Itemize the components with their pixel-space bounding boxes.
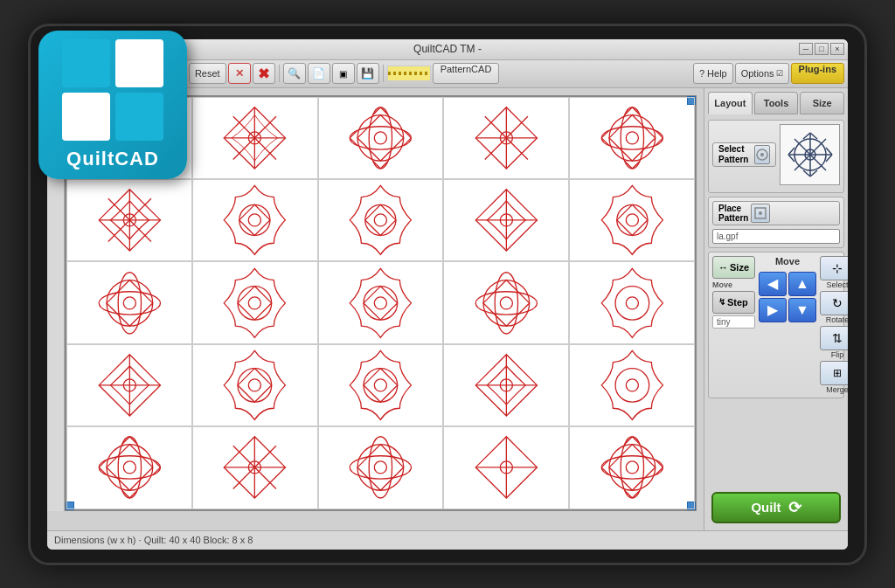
select-pattern-icon <box>754 145 770 164</box>
svg-point-54 <box>249 214 261 226</box>
select-pattern-section: Select Pattern <box>708 120 844 193</box>
quilt-cell-1-2 <box>318 179 444 261</box>
svg-point-81 <box>364 369 398 403</box>
toolbar-icon-x1[interactable]: ✕ <box>228 63 251 84</box>
plug-ins-button[interactable]: Plug-ins <box>791 63 844 84</box>
svg-point-72 <box>475 291 537 314</box>
step-value: tiny <box>712 315 755 329</box>
toolbar-sep-2 <box>279 65 280 82</box>
svg-point-112 <box>609 445 656 491</box>
svg-point-65 <box>123 296 135 308</box>
svg-point-64 <box>99 291 160 314</box>
svg-point-19 <box>357 114 404 161</box>
title-bar-controls: ─ □ × <box>799 43 844 55</box>
svg-point-69 <box>374 296 386 308</box>
merge-label: Merge <box>826 385 848 394</box>
toolbar-icon-disk[interactable]: 💾 <box>357 63 379 84</box>
svg-point-87 <box>626 379 638 391</box>
logo-cell-tr <box>115 39 163 87</box>
merge-action: ⊞ Merge <box>820 361 848 394</box>
svg-point-75 <box>626 296 638 308</box>
minimize-button[interactable]: ─ <box>799 43 813 55</box>
svg-line-134 <box>826 148 832 155</box>
quilt-cell-0-4 <box>569 97 695 179</box>
move-label: Move <box>712 280 755 289</box>
quilt-cell-1-1 <box>192 179 318 261</box>
quilt-cell-2-3 <box>443 261 569 343</box>
step-button[interactable]: ↯ Step <box>712 291 755 314</box>
rotate-label: Rotate <box>826 315 848 324</box>
rotate-button[interactable]: ↻ <box>820 291 848 315</box>
place-pattern-button[interactable]: PlacePattern <box>712 201 840 225</box>
svg-point-105 <box>357 445 404 491</box>
toolbar-icon-page[interactable]: 📄 <box>308 63 330 84</box>
svg-point-86 <box>615 369 649 403</box>
place-pattern-icon <box>751 204 770 223</box>
filename-field[interactable]: la.gpf <box>712 229 840 244</box>
svg-point-71 <box>495 272 517 333</box>
move-title: Move <box>775 256 800 266</box>
svg-point-113 <box>621 437 643 498</box>
select-button[interactable]: ⊹ <box>820 256 848 280</box>
right-panel: Layout Tools Size Select Pattern <box>704 88 848 530</box>
measure-icon <box>387 66 431 81</box>
tab-layout[interactable]: Layout <box>708 92 753 114</box>
flip-label: Flip <box>831 350 844 359</box>
select-pattern-button[interactable]: Select Pattern <box>712 142 776 167</box>
place-pattern-section: PlacePattern la.gpf <box>708 197 844 248</box>
pattern-preview <box>780 124 840 185</box>
move-down-button[interactable]: ▼ <box>788 298 816 322</box>
reset-button[interactable]: Reset <box>189 63 226 84</box>
svg-point-91 <box>123 461 135 474</box>
pattern-cad-button[interactable]: PatternCAD <box>433 63 500 84</box>
close-button[interactable]: × <box>830 43 844 55</box>
toolbar-icon-x2[interactable]: ✖ <box>253 63 275 84</box>
move-left-button[interactable]: ◀ <box>759 272 787 296</box>
quilt-cell-3-4 <box>569 344 695 426</box>
svg-point-21 <box>350 127 411 149</box>
merge-button[interactable]: ⊞ <box>820 361 848 385</box>
quilt-cell-0-1 <box>192 97 318 179</box>
svg-point-125 <box>760 153 764 156</box>
svg-point-36 <box>609 114 656 161</box>
quilt-cell-4-4 <box>569 426 695 508</box>
logo-text: QuiltCAD <box>66 148 159 170</box>
svg-line-133 <box>810 133 817 139</box>
tab-size[interactable]: Size <box>800 92 844 114</box>
maximize-button[interactable]: □ <box>815 43 829 55</box>
logo-cell-tl <box>62 39 110 87</box>
quilt-cell-2-4 <box>569 261 695 343</box>
svg-point-68 <box>364 286 398 320</box>
tab-bar: Layout Tools Size <box>708 92 844 114</box>
move-up-button[interactable]: ▲ <box>788 272 816 296</box>
quilt-cell-0-3 <box>443 97 569 179</box>
svg-line-137 <box>810 170 817 176</box>
logo-cell-br <box>115 93 163 141</box>
status-bar: Dimensions (w x h) · Quilt: 40 x 40 Bloc… <box>47 530 848 550</box>
svg-point-114 <box>601 456 663 479</box>
svg-point-22 <box>374 132 386 144</box>
quilt-cell-3-0 <box>66 344 192 426</box>
quilt-action-button[interactable]: Quilt ⟳ <box>711 492 841 523</box>
toolbar-icon-page2[interactable]: ▣ <box>332 63 355 84</box>
svg-point-61 <box>626 214 638 226</box>
quilt-cell-0-2 <box>318 97 444 179</box>
size-button[interactable]: ↔ Size <box>712 256 755 279</box>
flip-button[interactable]: ⇅ <box>820 326 848 350</box>
toolbar-icon-zoom[interactable]: 🔍 <box>283 63 306 84</box>
move-right-button[interactable]: ▶ <box>759 298 787 322</box>
svg-point-79 <box>238 369 272 403</box>
help-button[interactable]: ? Help <box>693 63 733 84</box>
quilt-cell-4-0 <box>66 426 192 508</box>
tab-tools[interactable]: Tools <box>754 92 799 114</box>
options-button[interactable]: Options ☑ <box>735 63 789 84</box>
svg-point-115 <box>626 461 638 474</box>
svg-point-88 <box>107 445 153 491</box>
svg-point-74 <box>615 286 649 320</box>
svg-point-60 <box>617 205 648 236</box>
svg-point-107 <box>350 456 411 479</box>
svg-point-82 <box>374 379 386 391</box>
place-pattern-row: PlacePattern <box>712 201 840 225</box>
quilt-cell-3-2 <box>318 344 444 426</box>
device-frame: QuiltCAD QuiltCAD TM - ─ □ × Home Quilt … <box>28 24 867 565</box>
